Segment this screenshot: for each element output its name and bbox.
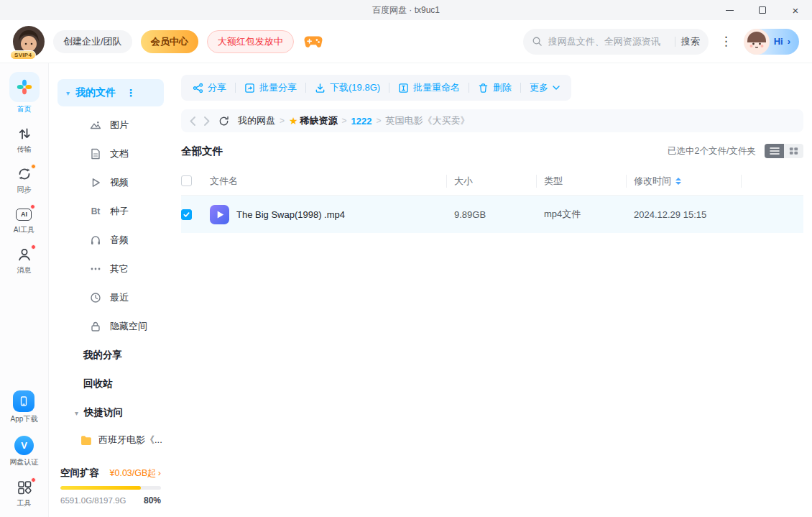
sidebar-item-quick-folder[interactable]: 西班牙电影《... [49,427,172,453]
list-view-button[interactable] [765,144,784,158]
sidebar-item-pictures[interactable]: 图片 [49,111,172,139]
user-avatar[interactable]: SVIP4 [13,26,45,58]
sort-icon[interactable] [675,178,681,185]
column-size[interactable]: 大小 [447,175,537,188]
download-button[interactable]: 下载(19.8G) [315,81,380,94]
list-view-icon [770,147,780,155]
toolbar-divider [520,83,521,93]
sidebar-item-my-files[interactable]: ▾ 我的文件 ⋮ [57,79,164,106]
chevron-down-icon [553,86,560,90]
chevron-right-icon: › [788,36,790,47]
sidebar-item-recycle-bin[interactable]: 回收站 [49,370,172,398]
create-team-button[interactable]: 创建企业/团队 [53,30,132,53]
breadcrumb: 我的网盘 > ★ 稀缺资源 > 1222 > 英国电影《大买卖》 [238,114,470,127]
header-right: 搜索 ⋮ Hi › [523,29,799,55]
rail-item-certification[interactable]: V 网盘认证 [10,436,39,467]
vip-center-button[interactable]: 会员中心 [141,30,198,53]
nav-rail: 首页 传输 同步 AI [0,63,49,517]
sidebar-item-my-shares[interactable]: 我的分享 [49,341,172,370]
column-modified[interactable]: 修改时间 [627,175,742,188]
rail-item-transfer[interactable]: 传输 [16,125,33,155]
storage-percent-text: 80% [144,495,161,505]
rail-item-app-download[interactable]: App下载 [11,390,38,424]
rail-item-ai-tools[interactable]: AI AI工具 [14,206,34,235]
breadcrumb-1222[interactable]: 1222 [351,116,372,127]
storage-expand-link[interactable]: ¥0.03/GB起 › [110,467,162,480]
maximize-icon [759,6,766,14]
image-icon [90,119,101,131]
cert-v-icon: V [14,436,34,455]
sidebar-item-hidden-space[interactable]: 隐藏空间 [49,312,172,341]
game-controller-icon[interactable] [304,35,323,48]
breadcrumb-separator: > [280,116,285,126]
search-box[interactable]: 搜索 [523,29,709,55]
minimize-icon [726,10,734,11]
column-type[interactable]: 类型 [537,175,627,188]
check-icon [183,211,190,219]
table-row[interactable]: The Big Swap(1998) .mp4 9.89GB mp4文件 202… [181,196,803,233]
row-checkbox[interactable] [181,209,192,220]
trash-icon [478,83,489,93]
minimize-button[interactable] [713,0,746,20]
list-header: 全部文件 已选中2个文件/文件夹 [181,144,803,158]
batch-rename-button[interactable]: 批量重命名 [398,81,460,94]
greeting-text: Hi [774,36,783,47]
storage-panel: 空间扩容 ¥0.03/GB起 › 6591.0G/8197.9G 80% [49,459,172,517]
lock-icon [90,321,101,332]
maximize-button[interactable] [746,0,779,20]
sync-icon [16,165,33,183]
rail-item-messages[interactable]: 消息 [16,246,33,275]
sidebar-item-documents[interactable]: 文档 [49,139,172,168]
sidebar-item-torrents[interactable]: Bt 种子 [49,197,172,226]
storage-progress-fill [60,486,141,490]
file-name-cell[interactable]: The Big Swap(1998) .mp4 [210,205,447,224]
my-files-menu-icon[interactable]: ⋮ [126,87,136,99]
sidebar-item-audio[interactable]: 音频 [49,226,172,255]
select-all-checkbox[interactable] [181,175,192,186]
account-entry[interactable]: Hi › [744,29,799,55]
sidebar-item-recent[interactable]: 最近 [49,283,172,312]
document-icon [90,148,101,160]
back-button[interactable] [190,116,195,126]
batch-share-button[interactable]: 批量分享 [244,81,297,94]
rail-item-home[interactable]: 首页 [9,72,40,114]
more-button[interactable]: 更多 [530,81,560,94]
sidebar-item-quick-access[interactable]: ▾ 快捷访问 [49,398,172,427]
search-input[interactable] [548,36,669,47]
forward-button[interactable] [204,116,210,126]
breadcrumb-rare-resources[interactable]: ★ 稀缺资源 [289,114,338,127]
breadcrumb-current-folder: 英国电影《大买卖》 [386,114,470,127]
rail-item-tools[interactable]: 工具 [16,479,33,508]
view-toggle [765,144,803,158]
toolbar-divider [469,83,469,93]
header-more-menu-icon[interactable]: ⋮ [716,34,737,49]
video-file-icon [210,205,229,224]
delete-button[interactable]: 删除 [478,81,512,94]
sidebar-item-videos[interactable]: 视频 [49,168,172,197]
search-button[interactable]: 搜索 [681,35,700,48]
file-name-text: The Big Swap(1998) .mp4 [236,209,345,220]
close-button[interactable]: × [779,0,812,20]
breadcrumb-my-drive[interactable]: 我的网盘 [238,114,275,127]
sidebar: ▾ 我的文件 ⋮ 图片 文档 视频 Bt 种子 [49,63,172,517]
main-content: 分享 批量分享 下载(19.8G) 批量重命名 [172,63,812,517]
sidebar-item-other[interactable]: 其它 [49,255,172,283]
red-packet-button[interactable]: 大额红包发放中 [207,30,294,53]
column-name[interactable]: 文件名 [210,175,447,188]
breadcrumb-separator: > [342,116,347,126]
breadcrumb-separator: > [377,116,382,126]
home-icon [9,72,40,102]
ellipsis-icon [90,263,101,275]
share-button[interactable]: 分享 [193,81,226,94]
messages-badge-dot [31,244,36,250]
chevron-right-icon: › [158,468,161,478]
search-divider [675,37,675,47]
refresh-button[interactable] [218,116,229,127]
rail-item-sync[interactable]: 同步 [16,165,33,195]
svip-badge: SVIP4 [10,50,36,60]
header: SVIP4 创建企业/团队 会员中心 大额红包发放中 搜索 ⋮ [0,20,812,63]
tools-badge-dot [31,477,36,482]
star-icon: ★ [289,115,298,127]
sync-badge-dot [31,164,36,169]
grid-view-button[interactable] [784,144,803,158]
